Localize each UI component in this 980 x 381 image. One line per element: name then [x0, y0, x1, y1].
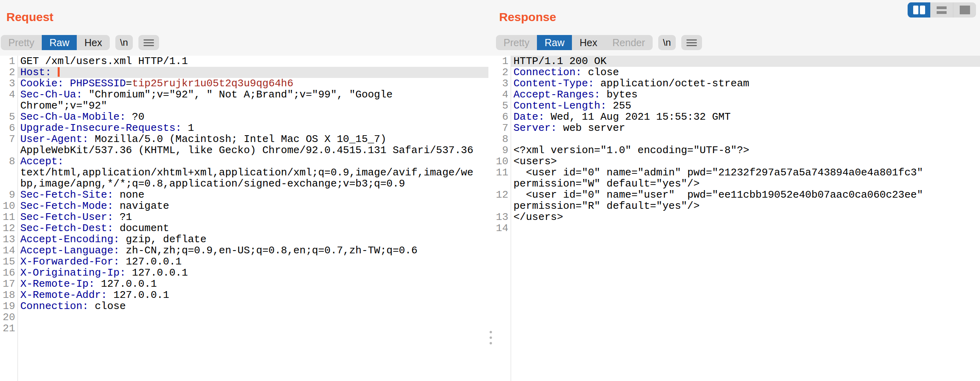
request-panel-title: Request [6, 10, 53, 24]
hamburger-icon [144, 39, 154, 41]
tab-raw[interactable]: Raw [42, 35, 77, 50]
line-number: 19 [0, 301, 18, 312]
split-rows-button[interactable] [930, 2, 953, 17]
hamburger-icon [686, 42, 697, 43]
tab-render[interactable]: Render [605, 35, 653, 50]
line-content: HTTP/1.1 200 OK [511, 56, 980, 67]
code-line: 8Accept: text/html,application/xhtml+xml… [0, 156, 488, 189]
tab-pretty[interactable]: Pretty [1, 35, 42, 50]
line-content [511, 134, 980, 145]
line-number: 7 [0, 134, 18, 156]
line-content: Sec-Fetch-Site: none [18, 189, 488, 200]
code-line: 1GET /xml/users.xml HTTP/1.1 [0, 56, 488, 67]
code-line: 3Content-Type: application/octet-stream [493, 78, 980, 89]
code-line: 10<users> [493, 156, 980, 167]
line-content: Cookie: PHPSESSID=tip25rujkr1u05t2q3u9qg… [18, 78, 488, 89]
line-content: Accept-Encoding: gzip, deflate [18, 234, 488, 245]
line-content: X-Remote-Addr: 127.0.0.1 [18, 290, 488, 301]
response-editor[interactable]: 1HTTP/1.1 200 OK2Connection: close3Conte… [493, 56, 980, 381]
request-editor[interactable]: 1GET /xml/users.xml HTTP/1.12Host: 3Cook… [0, 56, 488, 381]
line-number: 13 [0, 234, 18, 245]
request-newline-toggle-button[interactable]: \n [115, 35, 133, 50]
code-line: 7User-Agent: Mozilla/5.0 (Macintosh; Int… [0, 134, 488, 156]
line-number: 12 [0, 223, 18, 234]
response-view-tabs: PrettyRawHexRender [496, 35, 653, 50]
line-number: 15 [0, 256, 18, 267]
split-columns-button[interactable] [908, 2, 930, 17]
line-number: 17 [0, 278, 18, 290]
line-content: Sec-Ch-Ua-Mobile: ?0 [18, 111, 488, 122]
line-number: 5 [493, 100, 511, 111]
code-line: 14Accept-Language: zh-CN,zh;q=0.9,en-US;… [0, 245, 488, 256]
splitter-dot-icon [490, 336, 492, 339]
splitter-dot-icon [490, 331, 492, 333]
single-pane-button[interactable] [953, 2, 976, 17]
code-line: 21 [0, 323, 488, 334]
hamburger-icon [686, 45, 697, 46]
line-content: <?xml version="1.0" encoding="UTF-8"?> [511, 145, 980, 156]
line-content: Sec-Fetch-Dest: document [18, 223, 488, 234]
code-line: 12 <user id="0" name="user" pwd="ee11cbb… [493, 189, 980, 212]
tab-pretty[interactable]: Pretty [496, 35, 537, 50]
line-number: 3 [0, 78, 18, 89]
line-number: 12 [493, 189, 511, 212]
line-number: 20 [0, 312, 18, 323]
code-line: 6Date: Wed, 11 Aug 2021 15:55:32 GMT [493, 111, 980, 122]
line-number: 9 [493, 145, 511, 156]
tab-hex[interactable]: Hex [77, 35, 109, 50]
line-content: Sec-Fetch-User: ?1 [18, 212, 488, 223]
code-line: 9Sec-Fetch-Site: none [0, 189, 488, 200]
code-line: 1HTTP/1.1 200 OK [493, 56, 980, 67]
line-content: Upgrade-Insecure-Requests: 1 [18, 122, 488, 134]
code-line: 19Connection: close [0, 301, 488, 312]
response-menu-button[interactable] [681, 35, 702, 50]
code-line: 11Sec-Fetch-User: ?1 [0, 212, 488, 223]
splitter-handle[interactable] [489, 331, 492, 344]
request-view-tabs: PrettyRawHex [1, 35, 110, 50]
line-content: Content-Type: application/octet-stream [511, 78, 980, 89]
line-content: Sec-Fetch-Mode: navigate [18, 200, 488, 212]
code-line: 14 [493, 223, 980, 234]
line-content [18, 323, 488, 334]
line-content: Accept: text/html,application/xhtml+xml,… [18, 156, 488, 189]
line-number: 9 [0, 189, 18, 200]
code-line: 15X-Forwarded-For: 127.0.0.1 [0, 256, 488, 267]
line-number: 1 [0, 56, 18, 67]
response-code-lines: 1HTTP/1.1 200 OK2Connection: close3Conte… [493, 56, 980, 234]
layout-switcher [908, 2, 976, 17]
line-number: 14 [0, 245, 18, 256]
code-line: 5Content-Length: 255 [493, 100, 980, 111]
request-menu-button[interactable] [138, 35, 159, 50]
tab-hex[interactable]: Hex [572, 35, 605, 50]
splitter-dot-icon [490, 342, 492, 344]
line-content: Server: web server [511, 122, 980, 134]
line-number: 11 [0, 212, 18, 223]
line-number: 2 [0, 67, 18, 78]
code-line: 9<?xml version="1.0" encoding="UTF-8"?> [493, 145, 980, 156]
code-line: 8 [493, 134, 980, 145]
code-line: 4Accept-Ranges: bytes [493, 89, 980, 100]
line-content: </users> [511, 212, 980, 223]
response-newline-toggle-button[interactable]: \n [658, 35, 676, 50]
line-content: Host: [18, 67, 488, 78]
line-number: 6 [493, 111, 511, 122]
line-number: 1 [493, 56, 511, 67]
line-content: Sec-Ch-Ua: "Chromium";v="92", " Not A;Br… [18, 89, 488, 111]
code-line: 7Server: web server [493, 122, 980, 134]
code-line: 3Cookie: PHPSESSID=tip25rujkr1u05t2q3u9q… [0, 78, 488, 89]
line-number: 10 [0, 200, 18, 212]
tab-raw[interactable]: Raw [537, 35, 572, 50]
code-line: 13</users> [493, 212, 980, 223]
line-content: X-Remote-Ip: 127.0.0.1 [18, 278, 488, 290]
line-number: 14 [493, 223, 511, 234]
line-number: 4 [493, 89, 511, 100]
split-columns-icon [913, 6, 918, 14]
line-content: X-Forwarded-For: 127.0.0.1 [18, 256, 488, 267]
code-line: 18X-Remote-Addr: 127.0.0.1 [0, 290, 488, 301]
code-line: 10Sec-Fetch-Mode: navigate [0, 200, 488, 212]
line-number: 5 [0, 111, 18, 122]
code-line: 13Accept-Encoding: gzip, deflate [0, 234, 488, 245]
text-cursor [58, 67, 60, 77]
line-number: 3 [493, 78, 511, 89]
code-line: 20 [0, 312, 488, 323]
